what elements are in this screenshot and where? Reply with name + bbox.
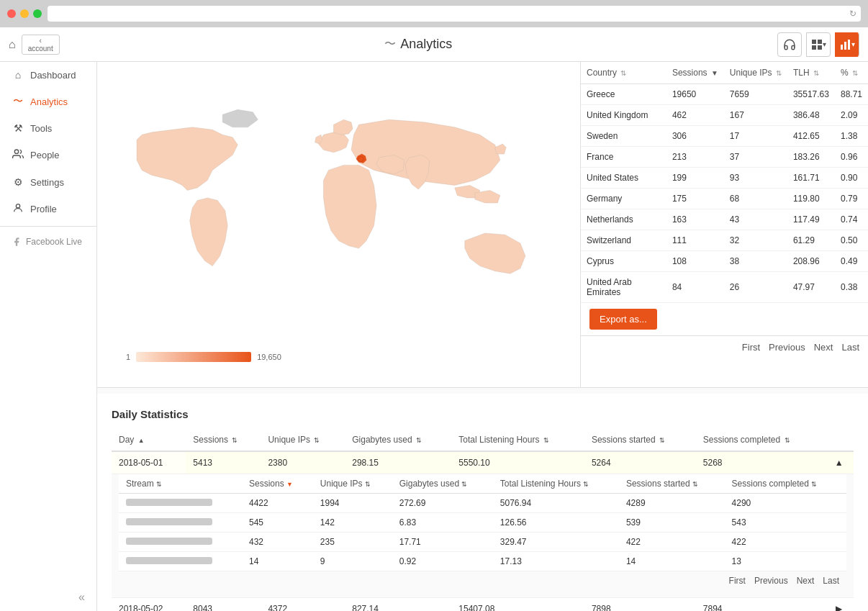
stats-col-sessions[interactable]: Sessions ⇅	[186, 429, 261, 451]
sub-completed: 13	[725, 552, 846, 571]
sidebar-item-tools[interactable]: ⚒ Tools	[0, 115, 96, 141]
country-table-row[interactable]: France 213 37 183.26 0.96	[581, 147, 868, 168]
stats-col-completed[interactable]: Sessions completed ⇅	[696, 429, 825, 451]
col-country[interactable]: Country ⇅	[581, 62, 666, 84]
legend-min: 1	[126, 353, 130, 361]
stats-table-row[interactable]: 2018-05-02 8043 4372 827.14 15407.08 789…	[112, 598, 854, 612]
country-unique-ips: 68	[724, 189, 787, 209]
country-unique-ips: 17	[724, 126, 787, 147]
stats-col-tlh[interactable]: Total Listening Hours ⇅	[451, 429, 584, 451]
export-button[interactable]: Export as...	[589, 309, 657, 330]
country-table-row[interactable]: Netherlands 163 43 117.49 0.74	[581, 209, 868, 230]
stats-col-day[interactable]: Day ▲	[112, 429, 186, 451]
country-table: Country ⇅ Sessions ▼ Unique IPs ⇅ TLH ⇅ …	[581, 62, 868, 303]
sub-table-row: 545 142 6.83 126.56 539 543	[119, 513, 846, 533]
country-table-row[interactable]: Germany 175 68 119.80 0.79	[581, 189, 868, 209]
country-table-row[interactable]: United Arab Emirates 84 26 47.97 0.38	[581, 272, 868, 303]
sub-nav-previous[interactable]: Previous	[754, 576, 788, 586]
col-pct[interactable]: % ⇅	[835, 62, 868, 84]
country-table-row[interactable]: Cyprus 108 38 208.96 0.49	[581, 251, 868, 272]
collapse-button[interactable]: «	[0, 584, 96, 611]
sub-table-nav: First Previous Next Last	[119, 571, 846, 590]
svg-rect-1	[818, 40, 822, 44]
sub-col-tlh[interactable]: Total Listening Hours ⇅	[493, 474, 619, 494]
sort-icon2: ⇅	[776, 69, 782, 77]
sort-up-icon: ▲	[138, 437, 145, 444]
country-sessions: 84	[666, 272, 724, 303]
sub-nav-first[interactable]: First	[729, 576, 746, 586]
stats-tlh: 5550.10	[451, 451, 584, 474]
country-tlh: 47.97	[787, 272, 835, 303]
sub-gb: 6.83	[392, 513, 493, 533]
sub-col-gb[interactable]: Gigabytes used ⇅	[392, 474, 493, 494]
country-sessions: 111	[666, 230, 724, 251]
stats-expand-icon[interactable]: ▶	[824, 598, 854, 612]
headphone-button[interactable]	[777, 32, 802, 57]
home-icon[interactable]: ⌂	[9, 38, 16, 51]
svg-rect-3	[818, 45, 822, 50]
top-bar-left: ⌂ ‹ account	[9, 35, 60, 55]
sort-icon-g: ⇅	[416, 437, 422, 444]
sidebar-item-settings[interactable]: ⚙ Settings	[0, 169, 96, 195]
country-table-row[interactable]: Sweden 306 17 412.65 1.38	[581, 126, 868, 147]
svg-point-7	[14, 150, 18, 153]
back-button[interactable]: ‹ account	[22, 35, 60, 55]
map-section: 1 19,650 Country ⇅ Sessions ▼ Unique IPs…	[97, 62, 868, 388]
nav-next[interactable]: Next	[814, 342, 833, 353]
maximize-dot[interactable]	[33, 9, 42, 18]
stats-col-gb[interactable]: Gigabytes used ⇅	[345, 429, 451, 451]
country-pct: 0.49	[835, 251, 868, 272]
sub-col-unique-ips[interactable]: Unique IPs ⇅	[313, 474, 392, 494]
country-table-section: Country ⇅ Sessions ▼ Unique IPs ⇅ TLH ⇅ …	[580, 62, 868, 387]
stats-table-row[interactable]: 2018-05-01 5413 2380 298.15 5550.10 5264…	[112, 451, 854, 474]
sub-table-row: 432 235 17.71 329.47 422 422	[119, 533, 846, 552]
sub-nav-next[interactable]: Next	[797, 576, 815, 586]
sub-col-started[interactable]: Sessions started ⇅	[619, 474, 725, 494]
sidebar-item-facebook[interactable]: Facebook Live	[0, 230, 96, 254]
nav-first[interactable]: First	[742, 342, 760, 353]
stats-col-started[interactable]: Sessions started ⇅	[584, 429, 696, 451]
col-unique-ips[interactable]: Unique IPs ⇅	[724, 62, 787, 84]
country-name: United Kingdom	[581, 105, 666, 126]
stats-started: 7898	[584, 598, 696, 612]
country-table-row[interactable]: United States 199 93 161.71 0.90	[581, 168, 868, 189]
settings-icon: ⚙	[12, 176, 24, 188]
svg-rect-2	[812, 45, 816, 50]
sub-started: 4289	[619, 494, 725, 513]
stats-expand-icon[interactable]: ▲	[824, 451, 854, 474]
sub-stream	[119, 533, 242, 552]
sub-col-completed[interactable]: Sessions completed ⇅	[725, 474, 846, 494]
country-pct: 88.71	[835, 84, 868, 105]
bar-chart-button[interactable]: ▾	[835, 32, 859, 57]
nav-previous[interactable]: Previous	[769, 342, 805, 353]
country-tlh: 412.65	[787, 126, 835, 147]
nav-last[interactable]: Last	[841, 342, 859, 353]
sort-icon4: ⇅	[852, 69, 858, 77]
sidebar-item-dashboard[interactable]: ⌂ Dashboard	[0, 62, 96, 88]
sidebar-item-analytics[interactable]: 〜 Analytics	[0, 88, 96, 115]
col-sessions[interactable]: Sessions ▼	[666, 62, 724, 84]
country-table-row[interactable]: Greece 19650 7659 35517.63 88.71	[581, 84, 868, 105]
stats-col-unique-ips[interactable]: Unique IPs ⇅	[261, 429, 345, 451]
country-table-row[interactable]: United Kingdom 462 167 386.48 2.09	[581, 105, 868, 126]
sidebar-label-tools: Tools	[30, 123, 52, 134]
country-pct: 0.96	[835, 147, 868, 168]
sub-col-stream[interactable]: Stream ⇅	[119, 474, 242, 494]
sub-unique-ips: 9	[313, 552, 392, 571]
chart-toggle-group: ▾	[835, 32, 859, 57]
minimize-dot[interactable]	[20, 9, 29, 18]
col-tlh[interactable]: TLH ⇅	[787, 62, 835, 84]
url-bar[interactable]: ↻	[48, 6, 861, 22]
sort-icon: ⇅	[620, 69, 626, 77]
sub-nav-last[interactable]: Last	[823, 576, 839, 586]
sidebar-item-profile[interactable]: Profile	[0, 195, 96, 223]
sub-col-sessions[interactable]: Sessions ▼	[242, 474, 313, 494]
stats-sessions: 8043	[186, 598, 261, 612]
sidebar-item-people[interactable]: People	[0, 141, 96, 169]
country-table-row[interactable]: Switzerland 111 32 61.29 0.50	[581, 230, 868, 251]
close-dot[interactable]	[7, 9, 16, 18]
grid-view-button[interactable]: ▾	[806, 32, 831, 57]
country-name: United States	[581, 168, 666, 189]
stats-gb: 827.14	[345, 598, 451, 612]
country-unique-ips: 32	[724, 230, 787, 251]
